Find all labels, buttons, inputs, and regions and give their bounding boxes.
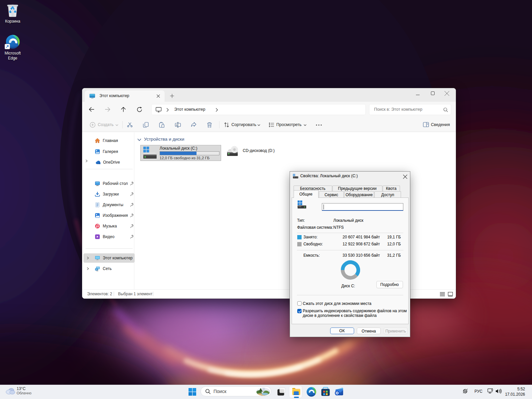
svg-text:A: A: [176, 124, 178, 126]
